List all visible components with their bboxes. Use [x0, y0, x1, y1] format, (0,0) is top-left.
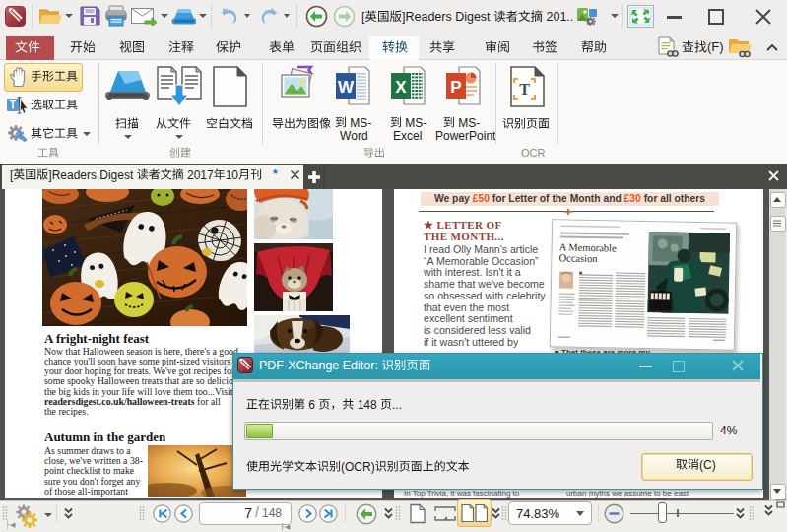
svg-text:201..: 201.. [547, 10, 574, 24]
svg-text:PDF-XChange Editor:: PDF-XChange Editor: [259, 359, 378, 372]
svg-text:6: 6 [308, 398, 315, 412]
svg-text:(F): (F) [707, 39, 724, 54]
svg-text:[: [ [361, 10, 365, 24]
svg-text:Word: Word [340, 129, 368, 143]
svg-text:MS-: MS- [405, 116, 426, 130]
svg-text:]Readers Digest: ]Readers Digest [402, 10, 491, 24]
svg-text:148: 148 [358, 398, 377, 412]
svg-text:PowerPoint: PowerPoint [435, 129, 496, 143]
svg-text:T: T [519, 81, 530, 98]
svg-text:MS-: MS- [350, 116, 371, 130]
svg-text:W: W [338, 78, 355, 97]
svg-text:[: [ [10, 168, 14, 182]
svg-text:]Readers Digest: ]Readers Digest [48, 168, 134, 182]
svg-text:MS-: MS- [458, 116, 480, 130]
svg-text:Excel: Excel [393, 129, 422, 143]
svg-text:(C): (C) [699, 458, 716, 472]
svg-text:2017: 2017 [187, 168, 214, 182]
svg-text:...: ... [392, 398, 402, 412]
svg-text:(OCR): (OCR) [341, 460, 375, 474]
svg-text:10: 10 [226, 168, 239, 182]
svg-text:P: P [450, 78, 461, 97]
svg-text:X: X [395, 78, 407, 97]
svg-text:Occasion: Occasion [558, 252, 598, 264]
